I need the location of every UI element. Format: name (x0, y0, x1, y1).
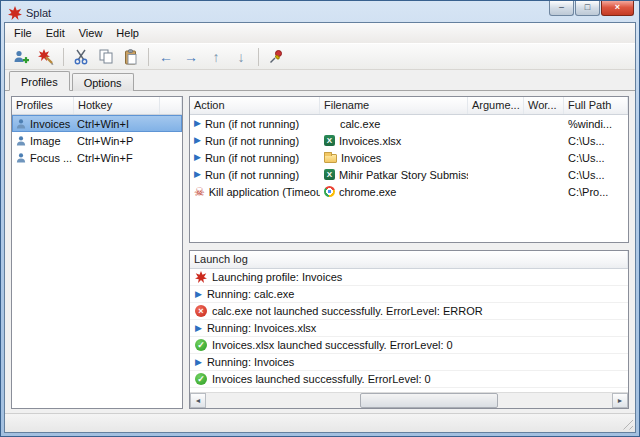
column-header-arguments[interactable]: Argume... (468, 97, 524, 114)
log-text: calc.exe not launched successfully. Erro… (212, 305, 483, 317)
log-entry[interactable]: × calc.exe not launched successfully. Er… (190, 303, 628, 320)
splat-window: Splat – □ × File Edit View Help (0, 0, 640, 437)
filename-label: Mihir Patkar Story Submissio... (339, 169, 468, 181)
edit-profile-icon[interactable] (35, 46, 57, 68)
log-entry[interactable]: Launching profile: Invoices (190, 269, 628, 286)
full-path-label: C:\Us... (568, 169, 605, 181)
run-icon: ▶ (194, 153, 201, 162)
paste-icon[interactable] (120, 46, 142, 68)
scrollbar-thumb[interactable] (360, 393, 498, 408)
log-entry[interactable]: ▶ Running: calc.exe (190, 286, 628, 303)
no-file-icon (324, 118, 336, 129)
run-icon: ▶ (195, 290, 202, 299)
success-icon: ✓ (195, 339, 207, 351)
tab-profiles[interactable]: Profiles (9, 71, 70, 91)
log-text: Running: calc.exe (207, 288, 294, 300)
scroll-right-arrow-icon[interactable]: ► (612, 393, 628, 408)
menubar: File Edit View Help (5, 23, 635, 43)
column-header-hotkey[interactable]: Hotkey (74, 97, 160, 114)
titlebar[interactable]: Splat – □ × (4, 1, 636, 22)
chrome-icon (324, 186, 335, 197)
tab-options[interactable]: Options (72, 73, 134, 91)
window-title: Splat (26, 7, 549, 19)
arrow-right-icon[interactable]: → (180, 46, 202, 68)
folder-icon (324, 154, 337, 163)
splat-app-icon (8, 6, 22, 20)
menu-file[interactable]: File (7, 25, 39, 41)
log-entry[interactable]: ▶ Running: Invoices (190, 354, 628, 371)
log-text: Running: Invoices.xlsx (207, 322, 316, 334)
action-row[interactable]: ▶Run (if not running) Invoices C:\Us... (190, 149, 628, 166)
menu-view[interactable]: View (72, 25, 110, 41)
resize-grip[interactable] (620, 417, 633, 430)
toolbar-separator (258, 48, 259, 66)
launch-log-list: Launching profile: Invoices ▶ Running: c… (190, 269, 628, 392)
action-row[interactable]: ▶Run (if not running) calc.exe %windi... (190, 115, 628, 132)
action-label: Run (if not running) (205, 118, 299, 130)
run-icon: ▶ (194, 119, 201, 128)
scroll-left-arrow-icon[interactable]: ◄ (190, 393, 206, 408)
log-entry[interactable]: ✓ Invoices.xlsx launched successfully. E… (190, 337, 628, 354)
excel-icon: X (324, 135, 335, 146)
action-label: Run (if not running) (205, 135, 299, 147)
action-label: Run (if not running) (205, 152, 299, 164)
action-row[interactable]: ☠Kill application (Timeout... chrome.exe… (190, 183, 628, 200)
log-entry[interactable]: ▶ Running: Invoices.xlsx (190, 320, 628, 337)
column-header-profiles[interactable]: Profiles (12, 97, 74, 114)
column-header-blank (160, 97, 182, 114)
action-row[interactable]: ▶Run (if not running) XInvoices.xlsx C:\… (190, 132, 628, 149)
error-icon: × (195, 305, 207, 317)
column-header-working[interactable]: Wor... (524, 97, 564, 114)
menu-edit[interactable]: Edit (39, 25, 72, 41)
add-profile-icon[interactable] (10, 46, 32, 68)
launch-log-header: Launch log (190, 251, 628, 269)
menu-help[interactable]: Help (109, 25, 146, 41)
pin-icon[interactable] (265, 46, 287, 68)
excel-icon: X (324, 169, 335, 180)
column-header-filename[interactable]: Filename (320, 97, 468, 114)
column-header-action[interactable]: Action (190, 97, 320, 114)
horizontal-scrollbar[interactable]: ◄ ► (190, 392, 628, 408)
filename-label: Invoices.xlsx (339, 135, 401, 147)
filename-label: chrome.exe (339, 186, 396, 198)
profile-hotkey: Ctrl+Win+P (77, 135, 133, 147)
log-entry[interactable]: ✓ Invoices launched successfully. ErrorL… (190, 371, 628, 388)
profile-row[interactable]: Image Ctrl+Win+P (12, 132, 182, 149)
profile-hotkey: Ctrl+Win+I (77, 118, 129, 130)
cut-icon[interactable] (70, 46, 92, 68)
splat-icon (195, 271, 207, 283)
profile-name: Invoices (30, 118, 70, 130)
full-path-label: C:\Us... (568, 152, 605, 164)
column-header-full-path[interactable]: Full Path (564, 97, 628, 114)
toolbar: ← → ↑ ↓ (5, 43, 635, 70)
profile-row[interactable]: Invoices Ctrl+Win+I (12, 115, 182, 132)
scrollbar-track[interactable] (206, 393, 612, 408)
log-text: Invoices launched successfully. ErrorLev… (212, 373, 431, 385)
close-button[interactable]: × (601, 1, 634, 16)
arrow-down-icon[interactable]: ↓ (230, 46, 252, 68)
profile-row[interactable]: Focus ... Ctrl+Win+F (12, 149, 182, 166)
action-row[interactable]: ▶Run (if not running) XMihir Patkar Stor… (190, 166, 628, 183)
full-path-label: C:\Us... (568, 135, 605, 147)
toolbar-separator (148, 48, 149, 66)
profile-icon (15, 118, 27, 130)
action-label: Run (if not running) (205, 169, 299, 181)
run-icon: ▶ (194, 136, 201, 145)
arrow-left-icon[interactable]: ← (155, 46, 177, 68)
action-label: Kill application (Timeout... (209, 186, 320, 198)
launch-log-title: Launch log (190, 251, 628, 268)
minimize-button[interactable]: – (549, 1, 574, 16)
profiles-list-panel: Profiles Hotkey Invoices Ctrl+Win+I Im (11, 96, 183, 409)
profile-name: Image (30, 135, 61, 147)
arrow-up-icon[interactable]: ↑ (205, 46, 227, 68)
log-text: Running: Invoices (207, 356, 294, 368)
log-text: Invoices.xlsx launched successfully. Err… (212, 339, 453, 351)
maximize-button[interactable]: □ (575, 1, 600, 16)
run-icon: ▶ (195, 358, 202, 367)
copy-icon[interactable] (95, 46, 117, 68)
log-text: Launching profile: Invoices (212, 271, 342, 283)
launch-log-panel: Launch log Launching profile: Invoices ▶… (189, 250, 629, 409)
actions-panel: Action Filename Argume... Wor... Full Pa… (189, 96, 629, 243)
profiles-list-header: Profiles Hotkey (12, 97, 182, 115)
full-path-label: C:\Pro... (568, 186, 608, 198)
